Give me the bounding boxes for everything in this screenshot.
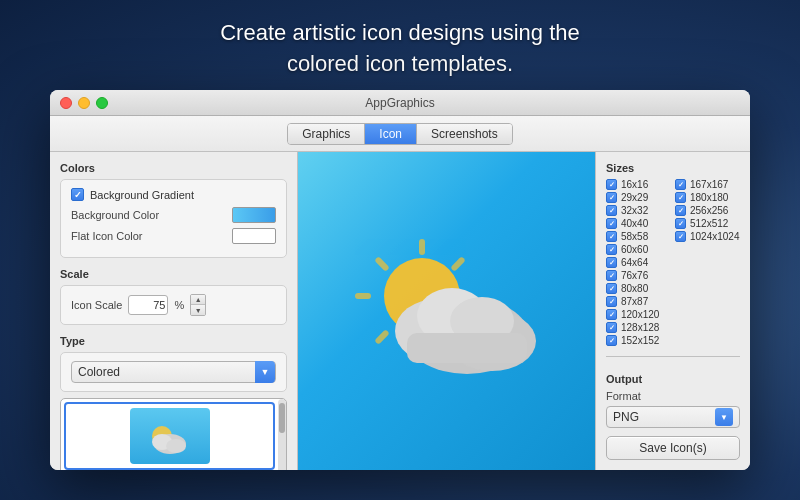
- size-29x29: 29x29: [606, 192, 671, 203]
- svg-rect-10: [374, 256, 390, 272]
- bg-color-label: Background Color: [71, 209, 159, 221]
- size-empty-5: [675, 296, 740, 307]
- size-16x16: 16x16: [606, 179, 671, 190]
- output-label: Output: [606, 373, 740, 385]
- size-empty-6: [675, 309, 740, 320]
- size-check-40[interactable]: [606, 218, 617, 229]
- window-title: AppGraphics: [365, 96, 434, 110]
- size-check-1024[interactable]: [675, 231, 686, 242]
- preview-list: [61, 399, 278, 470]
- size-check-58[interactable]: [606, 231, 617, 242]
- sizes-grid: 16x16 167x167 29x29 180x180: [606, 179, 740, 346]
- format-label: Format: [606, 390, 740, 402]
- format-dropdown-arrow: ▼: [715, 408, 733, 426]
- size-check-80[interactable]: [606, 283, 617, 294]
- type-label: Type: [60, 335, 287, 347]
- left-panel: Colors Background Gradient Background Co…: [50, 152, 298, 470]
- center-preview: [298, 152, 595, 470]
- tab-group: Graphics Icon Screenshots: [287, 123, 512, 145]
- type-dropdown-row: Colored ▼: [71, 361, 276, 383]
- app-window-wrapper: AppGraphics Graphics Icon Screenshots Co…: [50, 90, 750, 470]
- svg-rect-14: [374, 329, 390, 345]
- icon-scale-label: Icon Scale: [71, 299, 122, 311]
- scale-section: Scale Icon Scale % ▲ ▼: [60, 268, 287, 325]
- size-60x60: 60x60: [606, 244, 671, 255]
- sizes-label: Sizes: [606, 162, 740, 174]
- size-check-64[interactable]: [606, 257, 617, 268]
- scale-label: Scale: [60, 268, 287, 280]
- close-button[interactable]: [60, 97, 72, 109]
- type-dropdown[interactable]: Colored ▼: [71, 361, 276, 383]
- bg-color-row: Background Color: [71, 207, 276, 223]
- tab-icon[interactable]: Icon: [365, 124, 417, 144]
- zoom-button[interactable]: [96, 97, 108, 109]
- scale-stepper: ▲ ▼: [190, 294, 206, 316]
- size-check-167[interactable]: [675, 179, 686, 190]
- headline-text: Create artistic icon designs using the c…: [60, 18, 740, 80]
- save-button[interactable]: Save Icon(s): [606, 436, 740, 460]
- size-check-120[interactable]: [606, 309, 617, 320]
- right-panel: Sizes 16x16 167x167 29x29: [595, 152, 750, 470]
- colors-label: Colors: [60, 162, 287, 174]
- divider: [606, 356, 740, 357]
- sizes-section: Sizes 16x16 167x167 29x29: [606, 162, 740, 346]
- size-check-128[interactable]: [606, 322, 617, 333]
- scale-box: Icon Scale % ▲ ▼: [60, 285, 287, 325]
- size-120x120: 120x120: [606, 309, 671, 320]
- flat-icon-color-swatch[interactable]: [232, 228, 276, 244]
- colors-section: Colors Background Gradient Background Co…: [60, 162, 287, 258]
- flat-icon-color-label: Flat Icon Color: [71, 230, 143, 242]
- app-window: AppGraphics Graphics Icon Screenshots Co…: [50, 90, 750, 470]
- svg-point-3: [166, 439, 186, 453]
- scrollbar-thumb: [279, 403, 285, 433]
- size-87x87: 87x87: [606, 296, 671, 307]
- size-empty-1: [675, 244, 740, 255]
- flat-icon-color-row: Flat Icon Color: [71, 228, 276, 244]
- stepper-up[interactable]: ▲: [191, 295, 205, 305]
- bg-color-swatch[interactable]: [232, 207, 276, 223]
- size-152x152: 152x152: [606, 335, 671, 346]
- size-check-512[interactable]: [675, 218, 686, 229]
- size-empty-3: [675, 270, 740, 281]
- percent-label: %: [174, 299, 184, 311]
- size-76x76: 76x76: [606, 270, 671, 281]
- size-check-256[interactable]: [675, 205, 686, 216]
- size-check-180[interactable]: [675, 192, 686, 203]
- size-64x64: 64x64: [606, 257, 671, 268]
- tab-screenshots[interactable]: Screenshots: [417, 124, 512, 144]
- size-512x512: 512x512: [675, 218, 740, 229]
- traffic-lights: [60, 97, 108, 109]
- size-check-16[interactable]: [606, 179, 617, 190]
- format-dropdown[interactable]: PNG ▼: [606, 406, 740, 428]
- size-40x40: 40x40: [606, 218, 671, 229]
- size-check-29[interactable]: [606, 192, 617, 203]
- size-check-32[interactable]: [606, 205, 617, 216]
- size-80x80: 80x80: [606, 283, 671, 294]
- bg-gradient-checkbox[interactable]: [71, 188, 84, 201]
- bg-gradient-label: Background Gradient: [90, 189, 194, 201]
- stepper-down[interactable]: ▼: [191, 305, 205, 315]
- type-section: Type Colored ▼: [60, 335, 287, 470]
- preview-item-1[interactable]: [64, 402, 275, 470]
- dropdown-arrow-icon: ▼: [255, 361, 275, 383]
- toolbar: Graphics Icon Screenshots: [50, 116, 750, 152]
- titlebar: AppGraphics: [50, 90, 750, 116]
- colors-box: Background Gradient Background Color Fla…: [60, 179, 287, 258]
- size-check-87[interactable]: [606, 296, 617, 307]
- size-check-76[interactable]: [606, 270, 617, 281]
- size-check-60[interactable]: [606, 244, 617, 255]
- preview-container: [60, 398, 287, 470]
- svg-rect-12: [355, 293, 371, 299]
- size-58x58: 58x58: [606, 231, 671, 242]
- size-180x180: 180x180: [675, 192, 740, 203]
- icon-scale-input[interactable]: [128, 295, 168, 315]
- headline-area: Create artistic icon designs using the c…: [0, 0, 800, 90]
- size-check-152[interactable]: [606, 335, 617, 346]
- size-128x128: 128x128: [606, 322, 671, 333]
- svg-rect-20: [407, 333, 527, 363]
- weather-icon-svg: [337, 221, 557, 401]
- tab-graphics[interactable]: Graphics: [288, 124, 365, 144]
- minimize-button[interactable]: [78, 97, 90, 109]
- preview-scrollbar[interactable]: [278, 399, 286, 470]
- bg-gradient-row: Background Gradient: [71, 188, 276, 201]
